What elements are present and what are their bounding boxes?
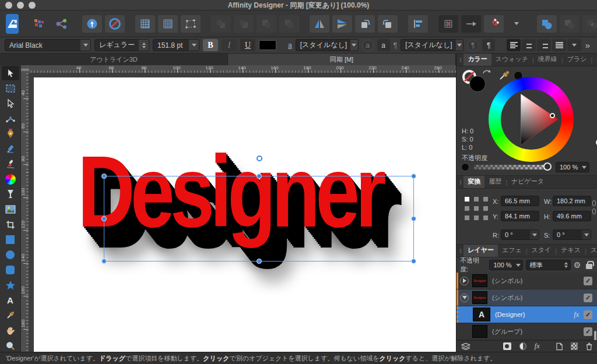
h-field[interactable]: 49.6 mm	[553, 211, 591, 221]
tab-stroke[interactable]: 境界線	[534, 54, 561, 66]
export-persona-button[interactable]	[52, 15, 72, 33]
link-dimensions-icon[interactable]	[592, 200, 596, 215]
rotation-combo[interactable]: 0 °	[501, 229, 539, 240]
font-style-combo[interactable]: レギュラー	[94, 39, 149, 51]
zoom-tool[interactable]	[2, 338, 19, 353]
alignment-options-button[interactable]	[408, 15, 428, 33]
new-layer-icon[interactable]	[556, 342, 563, 351]
snapping-magnet-toggle[interactable]	[484, 15, 504, 33]
flip-vertical-button[interactable]	[332, 15, 352, 33]
pixel-persona-button[interactable]	[29, 15, 49, 33]
x-field[interactable]: 66.5 mm	[501, 196, 539, 206]
transparency-tool[interactable]	[2, 187, 19, 202]
crop-tool[interactable]	[2, 217, 19, 232]
text-color-swatch[interactable]	[259, 40, 276, 50]
saturation-handle[interactable]	[550, 113, 555, 118]
rounded-rectangle-tool[interactable]	[2, 263, 19, 277]
layer-effects-icon[interactable]: fx	[535, 342, 540, 351]
expand-collapsed-icon[interactable]	[460, 277, 469, 285]
text-tool[interactable]: A	[2, 293, 19, 308]
layer-row-symbol-2[interactable]: Designer (シンボル) ✓	[456, 289, 597, 306]
tab-swatches[interactable]: スウォッチ	[491, 54, 532, 66]
layer-row-symbol-1[interactable]: Designer (シンボル) ✓	[456, 273, 597, 289]
show-grid-button[interactable]	[135, 15, 155, 33]
opacity-slider-handle[interactable]	[543, 162, 552, 171]
layer-fx-badge[interactable]: fx	[574, 310, 579, 319]
align-caret-button[interactable]	[567, 39, 581, 51]
align-left-button[interactable]	[507, 39, 521, 51]
tab-stock[interactable]: ストッ	[587, 245, 597, 257]
font-size-combo[interactable]: 151.8 pt	[153, 39, 199, 51]
layer-visibility-checkbox[interactable]: ✓	[584, 294, 592, 302]
selection-handle-ne[interactable]	[411, 174, 416, 179]
anchor-point-selector[interactable]	[465, 197, 489, 221]
character-style-combo[interactable]: [スタイルなし]	[296, 39, 359, 51]
rotate-ccw-button[interactable]	[355, 15, 375, 33]
snap-move-toggle[interactable]	[461, 15, 481, 33]
color-tool[interactable]	[2, 172, 19, 186]
panel-drag-handle[interactable]: ‖	[459, 57, 463, 66]
selection-bounding-box[interactable]	[104, 176, 414, 261]
ellipse-tool[interactable]	[2, 248, 19, 262]
selection-handle-w[interactable]	[101, 216, 107, 221]
rectangle-tool[interactable]	[2, 232, 19, 247]
saturation-triangle[interactable]	[501, 89, 561, 150]
font-family-combo[interactable]: Arial Black	[5, 39, 91, 51]
tab-color[interactable]: カラー	[463, 54, 491, 66]
layer-visibility-checkbox[interactable]: ✓	[584, 310, 592, 319]
expand-expanded-icon[interactable]	[460, 294, 469, 302]
italic-button[interactable]: I	[222, 39, 237, 51]
y-field[interactable]: 84.1 mm	[501, 211, 539, 221]
underline-button[interactable]: U	[240, 39, 255, 51]
mask-layer-icon[interactable]	[503, 342, 511, 350]
tab-brushes[interactable]: ブラシ	[563, 54, 591, 66]
rotate-cw-button[interactable]	[378, 15, 398, 33]
opacity-field[interactable]: 100 %	[556, 162, 589, 172]
tab-layers[interactable]: レイヤー	[463, 245, 498, 257]
fill-color-well[interactable]	[469, 76, 486, 92]
boolean-add-button[interactable]	[537, 15, 557, 33]
tab-transform[interactable]: 変換	[463, 176, 484, 188]
selection-handle-se[interactable]	[411, 259, 416, 264]
apply-paragraph-style-button[interactable]: ¶	[482, 39, 495, 51]
blend-options-gear-icon[interactable]: ⚙	[574, 260, 581, 270]
layer-row-group[interactable]: (グループ) ✓	[456, 323, 597, 340]
layer-row-designer-text[interactable]: A (Designer) fx ✓	[456, 306, 597, 323]
grid-options-button[interactable]	[158, 15, 178, 33]
tab-effects[interactable]: エフェ	[498, 245, 526, 257]
lock-layer-icon[interactable]	[586, 264, 592, 269]
w-field[interactable]: 180.2 mm	[553, 196, 591, 206]
transform-cage-button[interactable]	[181, 15, 201, 33]
selection-handle-sw[interactable]	[101, 259, 107, 264]
tab-appearance[interactable]: 外観	[592, 54, 597, 66]
adjustment-layer-icon[interactable]	[519, 342, 526, 350]
color-picker-icon[interactable]	[498, 70, 510, 82]
create-symbol-button[interactable]	[82, 15, 102, 33]
panel-drag-handle[interactable]: ‖	[459, 179, 463, 188]
layer-visibility-checkbox[interactable]: ✓	[584, 327, 592, 336]
detach-symbol-button[interactable]	[105, 15, 125, 33]
delete-layer-icon[interactable]	[586, 342, 592, 351]
node-tool[interactable]	[2, 96, 19, 111]
layer-order-icon[interactable]	[461, 342, 470, 350]
align-center-button[interactable]	[522, 39, 536, 51]
layers-opacity-combo[interactable]: 100 %	[489, 260, 522, 270]
panel-drag-handle[interactable]: ‖	[459, 248, 463, 257]
hue-wheel[interactable]	[489, 77, 574, 162]
selection-handle-s[interactable]	[257, 259, 262, 264]
selection-handle-n[interactable]	[257, 174, 262, 179]
opacity-slider[interactable]	[474, 165, 547, 169]
new-pixel-layer-icon[interactable]	[571, 342, 578, 350]
flip-horizontal-button[interactable]	[310, 15, 329, 33]
tab-text-styles[interactable]: テキス	[557, 245, 585, 257]
paragraph-style-combo[interactable]: [スタイルなし]	[401, 39, 463, 51]
selection-handle-nw[interactable]	[101, 174, 107, 179]
affinity-logo-icon[interactable]	[6, 14, 19, 34]
tab-history[interactable]: 履歴	[484, 176, 505, 188]
tab-navigator[interactable]: ナビゲータ	[507, 176, 548, 188]
tab-outline3d[interactable]: アウトライン3D	[0, 54, 228, 65]
shear-combo[interactable]: 0 °	[553, 229, 591, 240]
color-picker-tool[interactable]	[2, 308, 19, 323]
snap-grid-toggle[interactable]	[438, 15, 458, 33]
vector-brush-tool[interactable]	[2, 157, 19, 171]
